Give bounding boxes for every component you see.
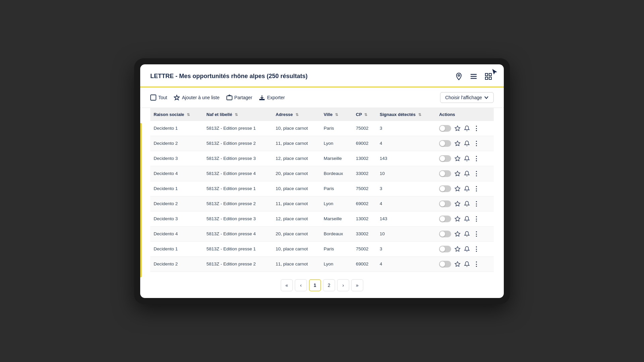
location-icon[interactable] <box>453 71 464 82</box>
share-item[interactable]: Partager <box>226 95 253 101</box>
toggle-switch-4[interactable] <box>439 185 451 192</box>
bell-icon-2[interactable] <box>464 156 470 162</box>
sort-icon-raison: ⇅ <box>187 113 190 117</box>
table-row: Decidento 1 5813Z - Edition presse 1 10,… <box>150 181 494 196</box>
col-signaux[interactable]: Signaux détectés ⇅ <box>376 108 436 121</box>
toggle-switch-0[interactable] <box>439 125 451 132</box>
bell-icon-8[interactable] <box>464 246 470 252</box>
cell-raison-sociale: Decidento 4 <box>150 226 203 241</box>
more-options-icon-5[interactable]: ⋮ <box>473 200 479 207</box>
cell-raison-sociale: Decidento 1 <box>150 181 203 196</box>
more-options-icon-1[interactable]: ⋮ <box>473 140 479 147</box>
more-options-icon-3[interactable]: ⋮ <box>473 170 479 177</box>
cell-raison-sociale: Decidento 2 <box>150 256 203 272</box>
more-options-icon-0[interactable]: ⋮ <box>473 125 479 132</box>
svg-rect-4 <box>485 73 488 76</box>
select-all-item[interactable]: Tout <box>150 95 167 101</box>
cell-signaux: 3 <box>376 241 436 256</box>
pagination-prev[interactable]: ‹ <box>295 279 307 291</box>
star-icon-5[interactable] <box>454 201 461 207</box>
bell-icon-3[interactable] <box>464 171 470 177</box>
grid-view-icon[interactable] <box>483 71 494 82</box>
bell-icon-1[interactable] <box>464 140 470 146</box>
col-naf[interactable]: Naf et libellé ⇅ <box>203 108 272 121</box>
export-item[interactable]: Exporter <box>259 95 285 101</box>
pagination-next[interactable]: › <box>337 279 349 291</box>
cell-actions: ⋮ <box>436 256 494 272</box>
bell-icon-5[interactable] <box>464 201 470 207</box>
more-options-icon-7[interactable]: ⋮ <box>473 230 479 238</box>
svg-marker-13 <box>455 156 460 161</box>
cell-ville: Lyon <box>320 196 353 211</box>
col-cp[interactable]: CP ⇅ <box>353 108 376 121</box>
cell-cp: 75002 <box>353 241 376 256</box>
star-icon-3[interactable] <box>454 171 461 177</box>
toolbar-left: Tout Ajouter à une liste Partager <box>150 95 285 101</box>
star-icon-9[interactable] <box>454 261 461 267</box>
cell-signaux: 4 <box>376 196 436 211</box>
star-icon-6[interactable] <box>454 216 461 222</box>
star-icon-0[interactable] <box>454 125 461 131</box>
toggle-switch-5[interactable] <box>439 200 451 207</box>
svg-marker-15 <box>455 186 460 191</box>
more-options-icon-6[interactable]: ⋮ <box>473 215 479 223</box>
bell-icon-9[interactable] <box>464 261 470 267</box>
bell-icon-0[interactable] <box>464 125 470 131</box>
star-icon-7[interactable] <box>454 231 461 237</box>
cell-cp: 13002 <box>353 211 376 226</box>
cell-actions: ⋮ <box>436 136 494 151</box>
pagination-page-1[interactable]: 1 <box>309 279 321 291</box>
display-chooser[interactable]: Choisir l'affichage <box>440 92 494 103</box>
toolbar: Tout Ajouter à une liste Partager <box>140 87 504 108</box>
cell-cp: 75002 <box>353 181 376 196</box>
cell-actions: ⋮ <box>436 196 494 211</box>
bell-icon-6[interactable] <box>464 216 470 222</box>
cell-signaux: 10 <box>376 166 436 181</box>
page-title: LETTRE - Mes opportunités rhône alpes (2… <box>150 73 308 80</box>
select-all-label: Tout <box>158 95 167 100</box>
cell-adresse: 11, place carnot <box>272 136 320 151</box>
svg-rect-6 <box>485 77 488 79</box>
bell-icon-7[interactable] <box>464 231 470 237</box>
col-raison-sociale[interactable]: Raison sociale ⇅ <box>150 108 203 121</box>
toggle-switch-3[interactable] <box>439 170 451 177</box>
toggle-switch-6[interactable] <box>439 216 451 222</box>
export-label: Exporter <box>267 95 285 100</box>
toggle-switch-8[interactable] <box>439 246 451 252</box>
more-options-icon-4[interactable]: ⋮ <box>473 185 479 192</box>
cell-adresse: 10, place carnot <box>272 241 320 256</box>
toggle-switch-9[interactable] <box>439 261 451 267</box>
cell-naf: 5813Z - Edition presse 1 <box>203 181 272 196</box>
pagination-page-2[interactable]: 2 <box>323 279 335 291</box>
star-icon-8[interactable] <box>454 246 461 252</box>
more-options-icon-9[interactable]: ⋮ <box>473 260 479 268</box>
pagination-first[interactable]: « <box>281 279 293 291</box>
toggle-switch-7[interactable] <box>439 231 451 237</box>
cell-adresse: 20, place carnot <box>272 226 320 241</box>
cell-signaux: 143 <box>376 211 436 226</box>
toggle-switch-1[interactable] <box>439 140 451 147</box>
more-options-icon-8[interactable]: ⋮ <box>473 245 479 253</box>
bell-icon-4[interactable] <box>464 186 470 192</box>
more-options-icon-2[interactable]: ⋮ <box>473 155 479 162</box>
hamburger-menu-icon[interactable] <box>468 71 479 82</box>
cell-naf: 5813Z - Edition presse 4 <box>203 166 272 181</box>
table-row: Decidento 2 5813Z - Edition presse 2 11,… <box>150 256 494 272</box>
cell-raison-sociale: Decidento 4 <box>150 166 203 181</box>
col-adresse[interactable]: Adresse ⇅ <box>272 108 320 121</box>
star-icon-2[interactable] <box>454 156 461 162</box>
pagination-last[interactable]: » <box>351 279 363 291</box>
cell-ville: Lyon <box>320 256 353 272</box>
table-row: Decidento 1 5813Z - Edition presse 1 10,… <box>150 121 494 136</box>
add-to-list-label: Ajouter à une liste <box>182 95 219 100</box>
col-ville[interactable]: Ville ⇅ <box>320 108 353 121</box>
star-icon-1[interactable] <box>454 140 461 146</box>
cell-adresse: 20, place carnot <box>272 166 320 181</box>
results-table: Raison sociale ⇅ Naf et libellé ⇅ Adress… <box>150 108 494 272</box>
svg-marker-14 <box>455 171 460 176</box>
cell-cp: 69002 <box>353 136 376 151</box>
table-row: Decidento 4 5813Z - Edition presse 4 20,… <box>150 226 494 241</box>
toggle-switch-2[interactable] <box>439 155 451 162</box>
add-to-list-item[interactable]: Ajouter à une liste <box>174 95 219 101</box>
star-icon-4[interactable] <box>454 186 461 192</box>
